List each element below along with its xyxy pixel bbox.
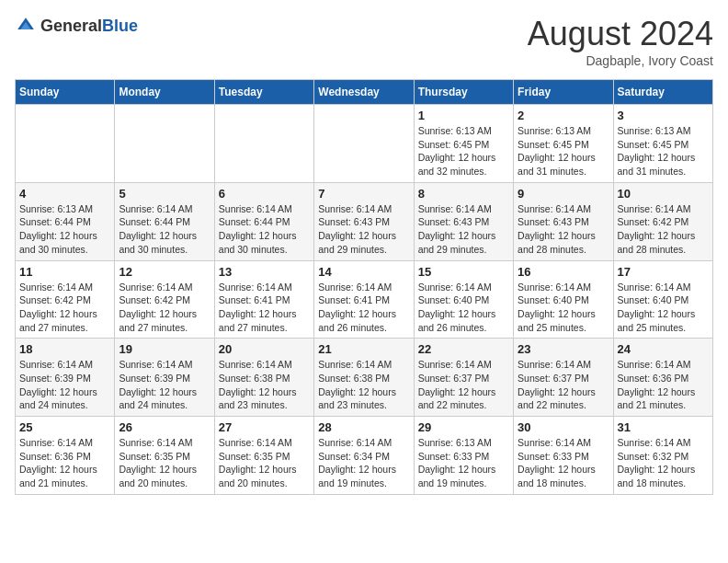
day-detail: Sunrise: 6:14 AM Sunset: 6:33 PM Dayligh… [518,436,609,490]
day-number: 17 [618,265,709,279]
day-number: 23 [518,342,609,356]
day-detail: Sunrise: 6:14 AM Sunset: 6:39 PM Dayligh… [119,358,210,412]
day-detail: Sunrise: 6:14 AM Sunset: 6:41 PM Dayligh… [318,281,409,335]
calendar-cell: 23Sunrise: 6:14 AM Sunset: 6:37 PM Dayli… [514,339,613,417]
day-number: 10 [618,187,709,201]
day-number: 16 [518,265,609,279]
day-number: 4 [19,187,110,201]
day-detail: Sunrise: 6:13 AM Sunset: 6:33 PM Dayligh… [418,436,509,490]
day-detail: Sunrise: 6:14 AM Sunset: 6:36 PM Dayligh… [618,358,709,412]
calendar-cell: 25Sunrise: 6:14 AM Sunset: 6:36 PM Dayli… [16,417,115,495]
day-detail: Sunrise: 6:14 AM Sunset: 6:36 PM Dayligh… [19,436,110,490]
header-row: SundayMondayTuesdayWednesdayThursdayFrid… [16,80,713,105]
calendar-cell: 4Sunrise: 6:13 AM Sunset: 6:44 PM Daylig… [16,182,115,260]
day-detail: Sunrise: 6:14 AM Sunset: 6:37 PM Dayligh… [418,358,509,412]
calendar-cell: 27Sunrise: 6:14 AM Sunset: 6:35 PM Dayli… [214,417,313,495]
day-number: 13 [219,265,310,279]
calendar-cell: 24Sunrise: 6:14 AM Sunset: 6:36 PM Dayli… [613,339,712,417]
day-number: 15 [418,265,509,279]
day-detail: Sunrise: 6:14 AM Sunset: 6:40 PM Dayligh… [618,281,709,335]
calendar-cell: 21Sunrise: 6:14 AM Sunset: 6:38 PM Dayli… [314,339,414,417]
title-block: August 2024 Dagbaple, Ivory Coast [528,15,713,68]
day-header-monday: Monday [115,80,214,105]
calendar-cell: 16Sunrise: 6:14 AM Sunset: 6:40 PM Dayli… [514,260,613,339]
calendar-cell: 29Sunrise: 6:13 AM Sunset: 6:33 PM Dayli… [414,417,513,495]
week-row-5: 25Sunrise: 6:14 AM Sunset: 6:36 PM Dayli… [16,417,713,495]
day-detail: Sunrise: 6:14 AM Sunset: 6:35 PM Dayligh… [219,436,310,490]
week-row-3: 11Sunrise: 6:14 AM Sunset: 6:42 PM Dayli… [16,260,713,339]
day-number: 14 [318,265,409,279]
day-header-thursday: Thursday [414,80,513,105]
week-row-2: 4Sunrise: 6:13 AM Sunset: 6:44 PM Daylig… [16,182,713,260]
week-row-1: 1Sunrise: 6:13 AM Sunset: 6:45 PM Daylig… [16,105,713,183]
day-detail: Sunrise: 6:13 AM Sunset: 6:45 PM Dayligh… [418,124,509,178]
calendar-cell [115,105,214,183]
calendar-cell: 15Sunrise: 6:14 AM Sunset: 6:40 PM Dayli… [414,260,513,339]
logo-blue: Blue [102,17,138,35]
month-year: August 2024 [528,15,713,53]
week-row-4: 18Sunrise: 6:14 AM Sunset: 6:39 PM Dayli… [16,339,713,417]
calendar-cell: 22Sunrise: 6:14 AM Sunset: 6:37 PM Dayli… [414,339,513,417]
day-detail: Sunrise: 6:13 AM Sunset: 6:44 PM Dayligh… [19,202,110,257]
calendar-cell: 13Sunrise: 6:14 AM Sunset: 6:41 PM Dayli… [214,260,313,339]
day-header-sunday: Sunday [16,80,115,105]
day-number: 20 [219,342,310,356]
day-detail: Sunrise: 6:14 AM Sunset: 6:44 PM Dayligh… [119,202,210,257]
day-number: 21 [318,342,409,356]
day-header-friday: Friday [514,80,613,105]
day-number: 19 [119,342,210,356]
logo-text: GeneralBlue [40,17,138,36]
day-number: 8 [418,187,509,201]
calendar-cell: 8Sunrise: 6:14 AM Sunset: 6:43 PM Daylig… [414,182,513,260]
calendar-cell: 11Sunrise: 6:14 AM Sunset: 6:42 PM Dayli… [16,260,115,339]
day-number: 2 [518,109,609,122]
page-header: GeneralBlue August 2024 Dagbaple, Ivory … [15,15,713,68]
day-detail: Sunrise: 6:14 AM Sunset: 6:42 PM Dayligh… [618,202,709,257]
day-number: 7 [318,187,409,201]
day-number: 29 [418,420,509,434]
day-detail: Sunrise: 6:14 AM Sunset: 6:38 PM Dayligh… [318,358,409,412]
calendar-cell: 30Sunrise: 6:14 AM Sunset: 6:33 PM Dayli… [514,417,613,495]
day-header-wednesday: Wednesday [314,80,414,105]
day-number: 24 [618,342,709,356]
calendar-cell [314,105,414,183]
day-number: 12 [119,265,210,279]
day-number: 9 [518,187,609,201]
day-detail: Sunrise: 6:14 AM Sunset: 6:43 PM Dayligh… [418,202,509,257]
day-number: 1 [418,109,509,122]
calendar-cell: 14Sunrise: 6:14 AM Sunset: 6:41 PM Dayli… [314,260,414,339]
calendar-cell: 12Sunrise: 6:14 AM Sunset: 6:42 PM Dayli… [115,260,214,339]
day-number: 25 [19,420,110,434]
day-number: 22 [418,342,509,356]
calendar-cell: 1Sunrise: 6:13 AM Sunset: 6:45 PM Daylig… [414,105,513,183]
day-detail: Sunrise: 6:14 AM Sunset: 6:34 PM Dayligh… [318,436,409,490]
calendar-cell: 10Sunrise: 6:14 AM Sunset: 6:42 PM Dayli… [613,182,712,260]
calendar-cell: 5Sunrise: 6:14 AM Sunset: 6:44 PM Daylig… [115,182,214,260]
day-detail: Sunrise: 6:14 AM Sunset: 6:43 PM Dayligh… [518,202,609,257]
calendar-cell: 31Sunrise: 6:14 AM Sunset: 6:32 PM Dayli… [613,417,712,495]
logo-general: General [40,17,102,35]
day-detail: Sunrise: 6:14 AM Sunset: 6:41 PM Dayligh… [219,281,310,335]
day-number: 11 [19,265,110,279]
day-detail: Sunrise: 6:14 AM Sunset: 6:39 PM Dayligh… [19,358,110,412]
calendar-cell: 20Sunrise: 6:14 AM Sunset: 6:38 PM Dayli… [214,339,313,417]
calendar-cell [16,105,115,183]
location: Dagbaple, Ivory Coast [528,53,713,68]
day-number: 31 [618,420,709,434]
calendar-cell: 6Sunrise: 6:14 AM Sunset: 6:44 PM Daylig… [214,182,313,260]
day-number: 18 [19,342,110,356]
calendar-cell: 9Sunrise: 6:14 AM Sunset: 6:43 PM Daylig… [514,182,613,260]
day-detail: Sunrise: 6:14 AM Sunset: 6:40 PM Dayligh… [418,281,509,335]
calendar-cell: 7Sunrise: 6:14 AM Sunset: 6:43 PM Daylig… [314,182,414,260]
logo: GeneralBlue [15,15,138,37]
day-number: 30 [518,420,609,434]
calendar-cell [214,105,313,183]
day-header-tuesday: Tuesday [214,80,313,105]
day-detail: Sunrise: 6:14 AM Sunset: 6:37 PM Dayligh… [518,358,609,412]
day-number: 26 [119,420,210,434]
day-detail: Sunrise: 6:13 AM Sunset: 6:45 PM Dayligh… [618,124,709,178]
day-header-saturday: Saturday [613,80,712,105]
day-detail: Sunrise: 6:14 AM Sunset: 6:44 PM Dayligh… [219,202,310,257]
day-detail: Sunrise: 6:14 AM Sunset: 6:42 PM Dayligh… [119,281,210,335]
calendar-cell: 17Sunrise: 6:14 AM Sunset: 6:40 PM Dayli… [613,260,712,339]
